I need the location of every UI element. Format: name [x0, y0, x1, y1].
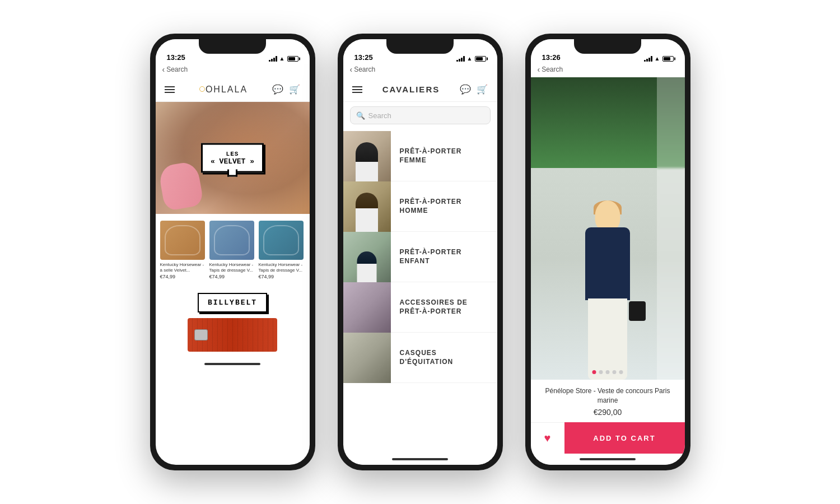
hamburger-menu-1[interactable] — [165, 86, 175, 93]
cat-thumb-femme — [343, 131, 391, 181]
phone-2: 13:25 ▲ ‹ Search CAVALIERS — [338, 34, 503, 470]
category-item-enfant[interactable]: PRÊT-À-PORTER ENFANT — [343, 232, 497, 282]
product-price-2: €74,99 — [209, 274, 254, 279]
hero-text-line1: LES — [211, 151, 254, 157]
header-icons-1: 💬 🛒 — [272, 84, 300, 95]
back-nav-1[interactable]: ‹ Search — [156, 64, 310, 77]
battery-icon-3 — [662, 56, 674, 62]
model-bag — [629, 301, 646, 321]
cat-thumb-casques — [343, 333, 391, 383]
phone2-header: CAVALIERS 💬 🛒 — [343, 77, 497, 102]
time-1: 13:25 — [167, 53, 185, 62]
product-name-2: Kentucky Horsewear - Tapis de dressage V… — [209, 262, 254, 273]
dot-2 — [599, 370, 603, 374]
product-name-1: Kentucky Horsewear - à selle Velvet... — [160, 262, 205, 273]
chat-icon-1[interactable]: 💬 — [272, 84, 283, 95]
home-indicator-3 — [531, 454, 685, 465]
cart-icon-1[interactable]: 🛒 — [289, 84, 300, 95]
search-bar-2[interactable]: 🔍 Search — [350, 106, 491, 124]
product-card-1[interactable]: Kentucky Horsewear - à selle Velvet... €… — [160, 221, 205, 279]
model-jacket — [585, 227, 630, 300]
phone3-content: Pénélope Store - Veste de concours Paris… — [531, 77, 685, 465]
header-icons-2: 💬 🛒 — [460, 84, 488, 95]
home-bar-3 — [580, 458, 636, 460]
dot-3 — [606, 370, 610, 374]
ohlala-logo: OHLALA — [199, 85, 248, 95]
hamburger-menu-2[interactable] — [352, 86, 362, 93]
cat-label-femme: PRÊT-À-PORTER FEMME — [391, 147, 491, 165]
belt-image — [188, 318, 277, 352]
back-nav-2[interactable]: ‹ Search — [343, 64, 497, 77]
signal-icon-2 — [456, 56, 465, 62]
product-price-3: €290,00 — [540, 408, 676, 417]
status-icons-2: ▲ — [456, 55, 486, 62]
product-img-3 — [259, 221, 304, 260]
back-label-2: Search — [354, 66, 375, 73]
back-arrow-3: ‹ — [538, 65, 540, 74]
product-img-2 — [209, 221, 254, 260]
notch-1 — [199, 39, 266, 54]
hero-text-line2: « VELVET » — [211, 157, 254, 166]
category-item-casques[interactable]: CASQUES D'ÉQUITATION — [343, 333, 497, 383]
home-bar-2 — [392, 458, 448, 460]
brand-section: BILLYBELT — [156, 286, 310, 358]
belt-buckle — [194, 329, 208, 340]
back-arrow-1: ‹ — [162, 65, 165, 74]
model-figure — [563, 200, 652, 380]
product-row-1: Kentucky Horsewear - à selle Velvet... €… — [156, 214, 310, 286]
figure-homme — [356, 193, 378, 232]
signal-icon-3 — [644, 56, 652, 62]
wifi-icon-1: ▲ — [279, 55, 285, 62]
phone-1: 13:25 ▲ ‹ Search OHLALA — [150, 34, 315, 470]
back-label-1: Search — [166, 66, 188, 73]
status-icons-1: ▲ — [269, 55, 298, 62]
wifi-icon-3: ▲ — [655, 55, 660, 62]
time-2: 13:25 — [354, 53, 373, 62]
category-item-accessoires[interactable]: ACCESSOIRES DE PRÊT-À-PORTER — [343, 282, 497, 333]
product-card-3[interactable]: Kentucky Horsewear - Tapis de dressage V… — [259, 221, 304, 279]
favorite-button[interactable]: ♥ — [531, 422, 564, 454]
heart-icon: ♥ — [544, 432, 551, 445]
status-icons-3: ▲ — [644, 55, 674, 62]
hero-banner-1: LES « VELVET » — [156, 102, 310, 214]
cat-thumb-enfant — [343, 232, 391, 282]
cat-label-enfant: PRÊT-À-PORTER ENFANT — [391, 248, 491, 265]
category-item-femme[interactable]: PRÊT-À-PORTER FEMME — [343, 131, 497, 181]
cat-label-homme: PRÊT-À-PORTER HOMME — [391, 198, 491, 215]
phone1-content: OHLALA 💬 🛒 LES « VELVET » — [156, 77, 310, 465]
dot-4 — [613, 370, 617, 374]
home-indicator-1 — [156, 358, 310, 370]
cat-label-accessoires: ACCESSOIRES DE PRÊT-À-PORTER — [391, 298, 491, 316]
product-price-3: €74,99 — [259, 274, 304, 279]
model-head — [595, 200, 620, 231]
dots-row — [592, 370, 623, 374]
saddle-shape-3 — [263, 225, 299, 255]
hero-bubble: LES « VELVET » — [201, 143, 264, 173]
home-bar-1 — [204, 363, 260, 365]
add-to-cart-button[interactable]: ADD TO CART — [564, 422, 685, 454]
phone2-content: CAVALIERS 💬 🛒 🔍 Search PRÊT-À-PORTER FEM… — [343, 77, 497, 465]
model-pants — [588, 298, 627, 380]
battery-icon-1 — [287, 56, 298, 62]
product-price-1: €74,99 — [160, 274, 205, 279]
dot-1 — [592, 370, 596, 374]
add-to-cart-row: ♥ ADD TO CART — [531, 422, 685, 454]
category-item-homme[interactable]: PRÊT-À-PORTER HOMME — [343, 181, 497, 232]
back-nav-3[interactable]: ‹ Search — [531, 64, 685, 77]
search-icon-2: 🔍 — [356, 111, 365, 120]
cart-icon-2[interactable]: 🛒 — [477, 84, 488, 95]
product-card-2[interactable]: Kentucky Horsewear - Tapis de dressage V… — [209, 221, 254, 279]
saddle-shape-1 — [165, 225, 200, 255]
phone1-header: OHLALA 💬 🛒 — [156, 77, 310, 102]
home-indicator-2 — [343, 454, 497, 465]
product-hero — [531, 77, 685, 380]
notch-2 — [386, 39, 454, 54]
chat-icon-2[interactable]: 💬 — [460, 84, 471, 95]
saddle-shape-2 — [214, 225, 250, 255]
figure-enfant — [357, 251, 377, 282]
product-img-1 — [160, 221, 205, 260]
signal-icon-1 — [269, 56, 277, 62]
notch-3 — [574, 39, 641, 54]
figure-femme — [356, 142, 378, 181]
dot-5 — [619, 370, 623, 374]
